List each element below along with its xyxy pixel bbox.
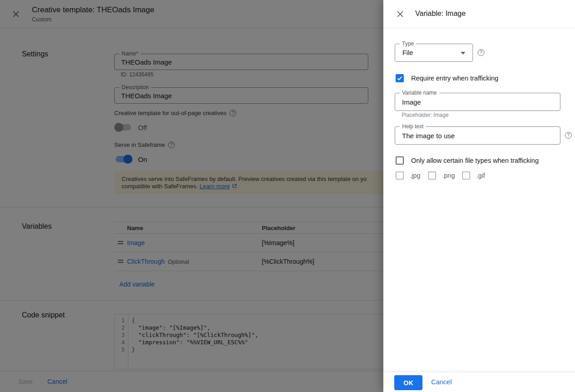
- file-type-label: .gif: [476, 172, 485, 179]
- checkbox-unchecked-icon[interactable]: [462, 171, 470, 180]
- help-text-input[interactable]: [395, 127, 560, 144]
- help-icon[interactable]: [478, 49, 484, 56]
- file-types-label: Only allow certain file types when traff…: [411, 157, 539, 164]
- panel-title: Variable: Image: [415, 10, 466, 18]
- variable-name-input[interactable]: [395, 93, 560, 111]
- panel-header: Variable: Image: [383, 0, 575, 28]
- require-entry-checkbox-row[interactable]: Require entry when trafficking: [396, 74, 499, 82]
- checkbox-unchecked-icon[interactable]: [396, 156, 404, 165]
- ok-button[interactable]: OK: [394, 375, 422, 390]
- variable-name-field: Variable name: [395, 93, 560, 111]
- file-type-option-png[interactable]: .png: [428, 171, 455, 180]
- file-types-checkbox-row[interactable]: Only allow certain file types when traff…: [396, 156, 539, 165]
- require-entry-label: Require entry when trafficking: [411, 75, 499, 82]
- close-icon[interactable]: [396, 10, 405, 19]
- type-select-label: Type: [400, 41, 416, 47]
- type-select[interactable]: Type File: [395, 44, 473, 62]
- panel-footer: OK Cancel: [383, 372, 575, 392]
- placeholder-helper: Placeholder: Image: [402, 112, 448, 118]
- file-type-label: .jpg: [410, 172, 420, 179]
- file-type-label: .png: [442, 172, 455, 179]
- help-icon[interactable]: [565, 132, 572, 139]
- type-select-value: File: [402, 49, 413, 56]
- variable-side-panel: Variable: Image Type File Require entry …: [383, 0, 575, 392]
- checkbox-checked-icon[interactable]: [396, 74, 404, 82]
- file-type-option-gif[interactable]: .gif: [462, 171, 485, 180]
- chevron-down-icon: [461, 52, 465, 55]
- help-text-field: Help text: [395, 126, 560, 145]
- checkbox-unchecked-icon[interactable]: [396, 171, 404, 180]
- cancel-button[interactable]: Cancel: [431, 372, 452, 392]
- checkbox-unchecked-icon[interactable]: [428, 171, 436, 180]
- file-type-option-jpg[interactable]: .jpg: [396, 171, 420, 180]
